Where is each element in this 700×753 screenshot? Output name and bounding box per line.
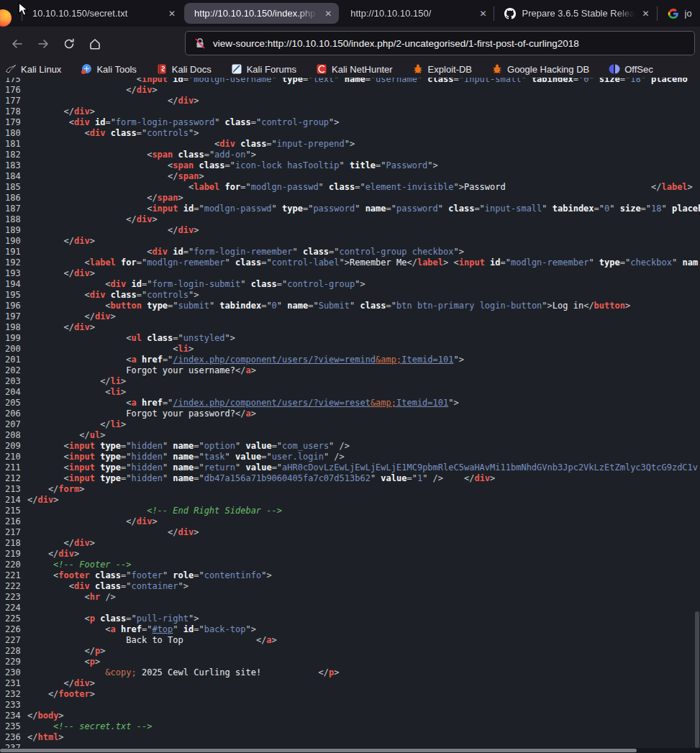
source-token: > — [53, 495, 58, 505]
horizontal-scrollbar[interactable] — [0, 748, 700, 753]
source-token: id — [95, 117, 105, 127]
source-link[interactable]: /index.php/component/users/?view=remind — [173, 355, 376, 365]
source-token: =" — [303, 78, 313, 84]
source-token — [137, 355, 142, 365]
bookmark-kali-tools[interactable]: Kali Tools — [81, 63, 136, 75]
tab-close-icon[interactable]: ✕ — [324, 9, 332, 19]
source-token: size — [599, 78, 620, 84]
source-token: div — [219, 139, 235, 149]
line-number: 192 — [0, 257, 27, 268]
source-token: task — [204, 452, 225, 462]
bookmark-exploit-db[interactable]: Exploit-DB — [412, 63, 472, 75]
source-token: class — [111, 290, 137, 300]
source-line-text: </span> — [27, 171, 204, 182]
source-line-text: </html> — [27, 732, 64, 743]
source-token: id — [173, 247, 183, 257]
source-line: 228</p> — [0, 646, 700, 657]
reload-button[interactable] — [60, 35, 78, 53]
source-token: > — [121, 419, 126, 429]
source-token: < — [105, 301, 110, 311]
source-token: " — [350, 301, 360, 311]
bookmark-kali-forums[interactable]: Kali Forums — [231, 63, 296, 75]
source-token: add-on — [214, 150, 245, 160]
source-token: form-login-remember — [194, 247, 292, 257]
source-line-text: <div id="form-login-submit" class="contr… — [27, 279, 365, 290]
source-line-text: </div> — [27, 268, 95, 279]
line-number: 191 — [0, 247, 27, 257]
source-token: </ — [64, 106, 74, 117]
tab-close-icon[interactable]: ✕ — [168, 9, 176, 19]
source-token: </ — [126, 214, 136, 224]
source-token: < — [84, 290, 89, 300]
source-link[interactable]: #top — [152, 624, 173, 634]
source-token: "> — [427, 160, 437, 170]
bookmark-label: Kali Linux — [21, 64, 61, 75]
source-line: 221<footer class="footer" role="contenti… — [0, 570, 700, 581]
line-number: 234 — [0, 711, 27, 721]
source-token: < — [84, 592, 89, 602]
source-token: " — [163, 441, 173, 451]
source-token: class — [235, 257, 261, 268]
source-token: > — [58, 711, 63, 721]
line-number: 204 — [0, 387, 27, 398]
source-link[interactable]: &amp; — [376, 355, 401, 365]
back-button[interactable] — [9, 35, 26, 53]
tab-github-release[interactable]: Prepare 3.6.5 Stable Relea ✕ — [494, 0, 656, 27]
bookmark-kali-linux[interactable]: Kali Linux — [5, 63, 61, 75]
url-bar[interactable]: view-source:http://10.10.10.150/index.ph… — [185, 31, 695, 55]
source-token: class — [448, 204, 474, 214]
source-token: > — [194, 527, 199, 537]
bookmark-google-hacking-db[interactable]: Google Hacking DB — [491, 63, 589, 75]
source-token: > — [111, 311, 116, 321]
source-line: 234</body> — [0, 711, 700, 721]
source-token: class — [199, 160, 224, 170]
tab-secret-txt[interactable]: 10.10.10.150/secret.txt ✕ — [22, 0, 183, 27]
bookmark-offsec[interactable]: OffSec — [609, 63, 653, 75]
source-token: div — [58, 549, 74, 559]
tab-index-php-active[interactable]: http://10.10.10.150/index.php ✕ — [184, 3, 339, 24]
forward-button[interactable] — [35, 35, 52, 53]
source-link[interactable]: /index.php/component/users/?view=reset — [173, 398, 371, 408]
source-token: &copy; — [105, 667, 136, 677]
home-button[interactable] — [86, 35, 104, 53]
source-token: =" — [163, 398, 173, 408]
bookmark-kali-nethunter[interactable]: Kali NetHunter — [316, 63, 393, 75]
source-token: <!-- Footer --> — [53, 560, 131, 570]
tab-close-icon[interactable]: ✕ — [479, 9, 486, 19]
insecure-lock-icon[interactable] — [194, 37, 206, 49]
source-token: name — [173, 452, 194, 462]
source-link[interactable]: &amp; — [371, 398, 396, 408]
source-token: tabindex — [532, 78, 573, 84]
source-token: a — [266, 635, 271, 645]
source-token: =" — [251, 117, 261, 127]
source-token: > — [194, 96, 199, 106]
tab-close-icon[interactable]: ✕ — [642, 9, 649, 19]
source-link[interactable]: Itemid=101 — [401, 355, 453, 365]
source-token: " /> — [422, 473, 443, 483]
tab-site-root[interactable]: http://10.10.10.150/ ✕ — [340, 0, 494, 27]
horizontal-scrollbar-thumb[interactable] — [0, 749, 637, 752]
source-token: </ — [319, 667, 329, 677]
source-token: "> — [188, 128, 199, 138]
source-token: </ — [168, 171, 178, 181]
source-token: for — [121, 257, 137, 268]
source-line: 225<p class="pull-right"> — [0, 613, 700, 624]
source-link[interactable]: Itemid=101 — [396, 398, 448, 408]
source-token: user.login — [272, 452, 324, 462]
line-number: 183 — [0, 160, 27, 171]
source-token: > — [90, 106, 95, 117]
source-token: </ — [126, 516, 136, 526]
source-token: < — [64, 473, 69, 483]
source-line: 227Back to Top </a> — [0, 635, 700, 646]
bookmark-kali-docs[interactable]: Kali Docs — [156, 63, 212, 75]
tab-google-search[interactable]: jo — [658, 0, 700, 27]
source-token: footer — [132, 570, 163, 580]
source-line-text: </div> — [27, 538, 95, 549]
source-token: > — [90, 538, 95, 548]
source-code: 175<input id="modlgn-username" type="tex… — [0, 78, 700, 753]
url-text[interactable]: view-source:http://10.10.10.150/index.ph… — [213, 38, 579, 49]
source-token: =" — [329, 247, 339, 257]
source-token — [137, 398, 142, 408]
vertical-scrollbar[interactable] — [695, 611, 699, 748]
source-token: "> — [453, 355, 463, 365]
